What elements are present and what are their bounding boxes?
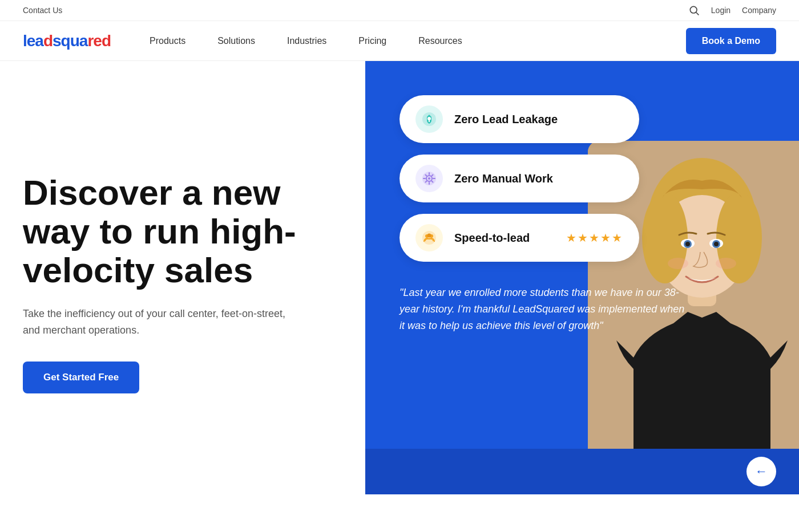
svg-line-14 <box>426 181 427 182</box>
pill-label-zero-manual-work: Zero Manual Work <box>454 172 623 185</box>
testimonial: "Last year we enrolled more students tha… <box>400 285 685 334</box>
search-icon[interactable] <box>688 5 700 16</box>
nav-cta-button[interactable]: Book a Demo <box>686 28 776 54</box>
svg-line-1 <box>696 13 699 15</box>
hero-subtext: Take the inefficiency out of your call c… <box>23 306 297 339</box>
svg-line-12 <box>426 175 427 176</box>
speed-to-lead-icon <box>415 224 443 251</box>
nav-resources[interactable]: Resources <box>402 21 478 61</box>
svg-point-19 <box>427 234 431 238</box>
nav-pricing[interactable]: Pricing <box>342 21 402 61</box>
testimonial-text: "Last year we enrolled more students tha… <box>400 285 685 334</box>
top-bar-right: Login Company <box>688 5 776 16</box>
svg-point-7 <box>428 177 430 180</box>
svg-point-3 <box>427 117 431 120</box>
top-bar: Contact Us Login Company <box>0 0 799 21</box>
zero-lead-leakage-icon <box>415 105 443 133</box>
login-link[interactable]: Login <box>711 6 731 15</box>
svg-point-0 <box>690 6 697 13</box>
company-link[interactable]: Company <box>742 6 776 15</box>
svg-line-13 <box>432 181 433 182</box>
hero-cta-button[interactable]: Get Started Free <box>23 362 139 393</box>
nav-items: Products Solutions Industries Pricing Re… <box>134 21 686 61</box>
pill-stars: ★★★★★ <box>566 231 623 245</box>
top-bar-left: Contact Us <box>23 6 62 15</box>
hero-section: Discover a newway to run high-velocity s… <box>0 61 799 494</box>
feature-pills: Zero Lead Leakage <box>400 95 765 262</box>
hero-right: Zero Lead Leakage <box>365 61 799 494</box>
bottom-stripe: ← <box>365 449 799 494</box>
svg-line-15 <box>432 175 433 176</box>
zero-manual-work-icon <box>415 165 443 192</box>
pill-zero-manual-work: Zero Manual Work <box>400 155 639 202</box>
svg-point-16 <box>422 231 436 245</box>
main-nav: leadsquared Products Solutions Industrie… <box>0 21 799 61</box>
hero-heading: Discover a newway to run high-velocity s… <box>23 173 342 290</box>
hero-left: Discover a newway to run high-velocity s… <box>0 61 365 494</box>
pill-label-speed-to-lead: Speed-to-lead <box>454 232 555 245</box>
nav-products[interactable]: Products <box>134 21 201 61</box>
nav-solutions[interactable]: Solutions <box>201 21 271 61</box>
nav-industries[interactable]: Industries <box>271 21 342 61</box>
pill-speed-to-lead: Speed-to-lead ★★★★★ <box>400 214 639 262</box>
logo[interactable]: leadsquared <box>23 32 111 50</box>
prev-arrow-button[interactable]: ← <box>746 457 776 486</box>
pill-zero-lead-leakage: Zero Lead Leakage <box>400 95 639 143</box>
contact-us-link[interactable]: Contact Us <box>23 6 62 15</box>
pill-label-zero-lead-leakage: Zero Lead Leakage <box>454 113 623 126</box>
